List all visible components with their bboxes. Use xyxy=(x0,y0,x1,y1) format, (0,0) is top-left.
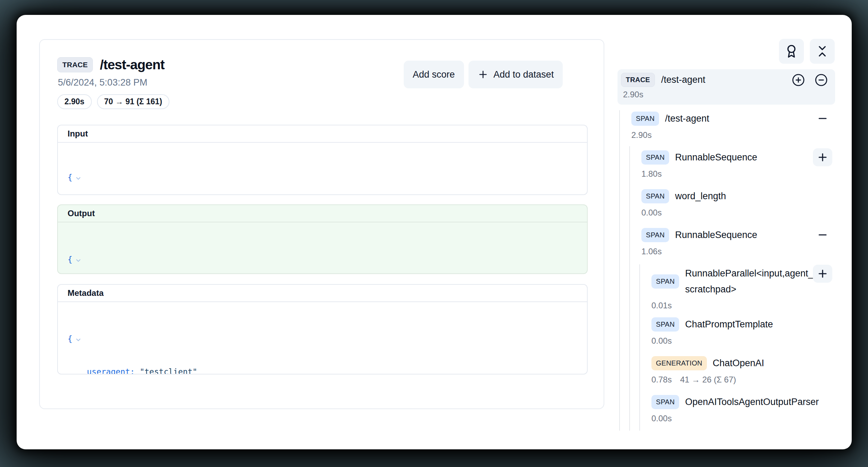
span-type-badge: SPAN xyxy=(651,274,679,289)
output-panel-title: Output xyxy=(58,205,587,222)
span-type-badge: SPAN xyxy=(651,317,679,332)
award-icon xyxy=(784,44,798,58)
node-duration: 1.06s xyxy=(641,247,836,256)
json-value: "testclient" xyxy=(140,366,197,375)
input-panel: Input { input: "How long is Leonardo DiC… xyxy=(57,125,588,195)
tree-node-runnable-parallel[interactable]: SPAN RunnableParallel<input,agent_scratc… xyxy=(617,265,836,310)
output-panel: Output { output: "Leonardo DiCaprio's la… xyxy=(57,204,588,274)
trace-title-row: TRACE /test-agent xyxy=(57,57,165,72)
json-open-line[interactable]: { xyxy=(68,311,577,366)
plus-icon xyxy=(477,69,489,80)
collapse-all-button[interactable] xyxy=(810,39,835,64)
tree-trace-row[interactable]: TRACE /test-agent 2.90s xyxy=(617,69,835,105)
trace-row-title: /test-agent xyxy=(661,74,705,85)
span-type-badge: SPAN xyxy=(641,150,669,165)
node-duration: 0.78s xyxy=(651,375,672,385)
node-token-usage: 41 → 26 (Σ 67) xyxy=(680,375,736,385)
node-duration: 0.00s xyxy=(651,414,836,423)
node-duration: 0.00s xyxy=(641,208,836,218)
collapse-all-tree-button[interactable] xyxy=(814,73,828,87)
minus-icon xyxy=(817,229,828,241)
json-entry: __useragent: "testclient" xyxy=(68,366,577,375)
plus-icon xyxy=(817,268,828,280)
chevron-down-icon[interactable] xyxy=(75,152,132,195)
node-title: RunnableParallel<input,agent_scratchpad> xyxy=(685,265,817,297)
tree-node-runnable-sequence-2[interactable]: SPAN RunnableSequence 1.06s xyxy=(617,227,836,256)
input-panel-title: Input xyxy=(58,125,587,143)
minus-icon xyxy=(817,113,828,124)
latency-badge: 2.90s xyxy=(57,94,92,109)
node-title: ChatPromptTemplate xyxy=(685,319,773,330)
expand-node-button[interactable] xyxy=(813,265,832,283)
metadata-panel: Metadata { __useragent: "testclient" __l… xyxy=(57,284,588,375)
add-score-button[interactable]: Add score xyxy=(404,61,464,88)
node-duration: 0.00s xyxy=(651,336,836,346)
input-json-viewer: { input: "How long is Leonardo DiCaprios… xyxy=(58,143,587,195)
output-json-viewer: { output: "Leonardo DiCaprio's last name… xyxy=(58,222,587,274)
tree-node-chat-prompt-template[interactable]: SPAN ChatPromptTemplate 0.00s xyxy=(617,316,836,346)
chevrons-down-up-icon xyxy=(815,44,829,58)
tree-node-runnable-sequence[interactable]: SPAN RunnableSequence 1.80s xyxy=(617,149,836,179)
tree-node-test-agent[interactable]: SPAN /test-agent 2.90s xyxy=(617,110,836,140)
trace-type-badge: TRACE xyxy=(57,57,93,72)
chevron-down-icon[interactable] xyxy=(75,234,132,274)
collapse-node-button[interactable] xyxy=(813,226,832,244)
node-duration: 1.80s xyxy=(641,169,836,179)
add-to-dataset-button[interactable]: Add to dataset xyxy=(468,61,563,88)
json-open-line[interactable]: { xyxy=(68,150,577,195)
span-type-badge: SPAN xyxy=(641,228,669,242)
span-type-badge: SPAN xyxy=(651,395,679,409)
open-brace: { xyxy=(68,254,72,265)
node-title: word_length xyxy=(675,191,726,202)
annotate-button[interactable] xyxy=(779,39,804,64)
trace-detail-card: TRACE /test-agent 5/6/2024, 5:03:28 PM 2… xyxy=(39,39,604,409)
metadata-panel-title: Metadata xyxy=(58,285,587,302)
node-duration: 2.90s xyxy=(631,130,836,140)
trace-metrics-row: 2.90s 70 → 91 (Σ 161) xyxy=(57,94,169,109)
node-duration: 0.01s xyxy=(651,301,836,310)
node-title: RunnableSequence xyxy=(675,152,757,163)
plus-icon xyxy=(817,151,828,163)
node-title: OpenAIToolsAgentOutputParser xyxy=(685,397,819,407)
tree-node-word-length[interactable]: SPAN word_length 0.00s xyxy=(617,188,836,218)
trace-timestamp: 5/6/2024, 5:03:28 PM xyxy=(58,77,147,88)
page-title: /test-agent xyxy=(100,57,164,72)
collapse-node-button[interactable] xyxy=(813,109,832,127)
trace-type-badge: TRACE xyxy=(621,73,655,87)
open-brace: { xyxy=(68,172,72,183)
json-open-line[interactable]: { xyxy=(68,232,577,274)
add-to-dataset-label: Add to dataset xyxy=(493,69,554,80)
json-key: __useragent: xyxy=(77,366,135,375)
expand-all-button[interactable] xyxy=(791,73,805,87)
tree-node-chat-openai[interactable]: GENERATION ChatOpenAI 0.78s 41 → 26 (Σ 6… xyxy=(617,355,836,385)
node-title: RunnableSequence xyxy=(675,230,757,240)
span-type-badge: SPAN xyxy=(641,189,669,203)
metadata-json-viewer: { __useragent: "testclient" __langserve_… xyxy=(58,302,587,375)
app-window: TRACE /test-agent 5/6/2024, 5:03:28 PM 2… xyxy=(17,15,852,449)
node-title: ChatOpenAI xyxy=(713,358,764,369)
trace-tree: SPAN /test-agent 2.90s SPAN RunnableSequ… xyxy=(617,110,836,432)
trace-duration: 2.90s xyxy=(623,90,828,99)
node-title: /test-agent xyxy=(665,113,709,124)
token-usage-badge: 70 → 91 (Σ 161) xyxy=(97,94,169,109)
add-score-label: Add score xyxy=(413,69,455,80)
generation-type-badge: GENERATION xyxy=(651,356,707,370)
chevron-down-icon[interactable] xyxy=(75,314,132,366)
span-type-badge: SPAN xyxy=(631,112,659,126)
open-brace: { xyxy=(68,333,72,345)
expand-node-button[interactable] xyxy=(813,148,832,166)
tree-node-openai-tools-agent-output-parser[interactable]: SPAN OpenAIToolsAgentOutputParser 0.00s xyxy=(617,394,836,423)
